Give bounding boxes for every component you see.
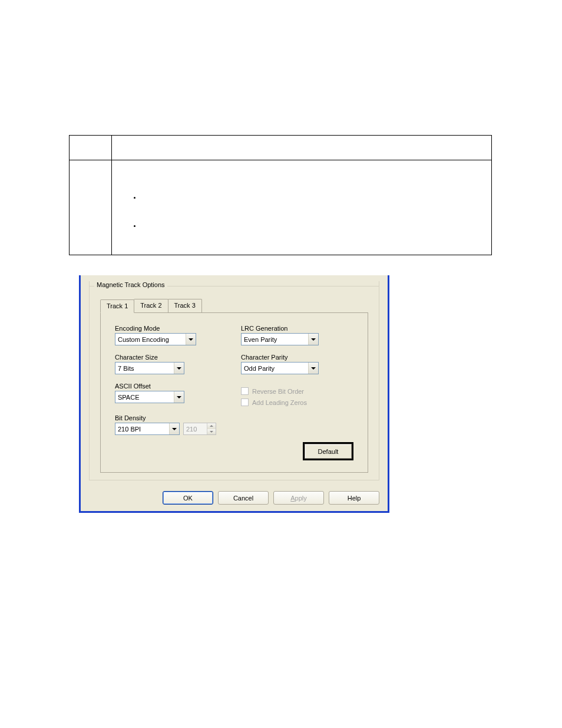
groupbox-legend: Magnetic Track Options <box>94 281 167 288</box>
character-size-value: 7 Bits <box>115 363 174 374</box>
tab-track2[interactable]: Track 2 <box>134 299 168 312</box>
ok-button[interactable]: OK <box>163 491 213 505</box>
table-header-right <box>112 136 492 160</box>
table-cell-left <box>70 160 112 255</box>
dropdown-arrow-icon <box>308 363 318 374</box>
dropdown-arrow-icon <box>308 334 318 345</box>
ascii-offset-field: ASCII Offset SPACE <box>115 383 216 406</box>
cancel-button[interactable]: Cancel <box>218 491 269 505</box>
table-cell-right <box>112 160 492 255</box>
encoding-mode-dropdown[interactable]: Custom Encoding <box>115 333 196 345</box>
dropdown-arrow-icon <box>174 363 184 374</box>
bit-density-spinner: 210 <box>183 423 216 435</box>
bit-density-label: Bit Density <box>115 414 216 421</box>
bit-density-spinner-value: 210 <box>184 423 207 434</box>
add-leading-zeros-label: Add Leading Zeros <box>252 399 307 406</box>
bit-density-dropdown[interactable]: 210 BPI <box>115 423 180 435</box>
tab-track3[interactable]: Track 3 <box>168 299 202 312</box>
reverse-bit-order-checkbox: Reverse Bit Order <box>241 387 342 395</box>
character-size-dropdown[interactable]: 7 Bits <box>115 362 184 374</box>
lrc-generation-label: LRC Generation <box>241 325 342 332</box>
checkbox-icon <box>241 387 249 395</box>
help-button[interactable]: Help <box>329 491 379 505</box>
dialog-button-bar: OK Cancel Apply Help <box>163 491 379 505</box>
ascii-offset-value: SPACE <box>115 391 174 403</box>
ascii-offset-dropdown[interactable]: SPACE <box>115 391 184 403</box>
tab-row: Track 1 Track 2 Track 3 <box>100 299 368 312</box>
default-button[interactable]: Default <box>305 444 352 459</box>
table-header-left <box>70 136 112 160</box>
reverse-bit-order-label: Reverse Bit Order <box>252 388 304 395</box>
magnetic-track-options-group: Magnetic Track Options Track 1 Track 2 T… <box>89 281 379 480</box>
description-table <box>69 135 492 255</box>
spinner-down-icon <box>207 429 216 435</box>
lrc-generation-dropdown[interactable]: Even Parity <box>241 333 319 345</box>
dropdown-arrow-icon <box>169 423 179 434</box>
dropdown-arrow-icon <box>174 391 184 403</box>
ascii-offset-label: ASCII Offset <box>115 383 216 390</box>
character-parity-label: Character Parity <box>241 354 342 361</box>
dropdown-arrow-icon <box>186 334 196 345</box>
checkbox-area: Reverse Bit Order Add Leading Zeros <box>241 385 342 406</box>
checkbox-icon <box>241 398 249 406</box>
tab-container: Track 1 Track 2 Track 3 Encoding Mode Cu… <box>100 299 368 473</box>
add-leading-zeros-checkbox: Add Leading Zeros <box>241 398 342 406</box>
tab-track1[interactable]: Track 1 <box>100 299 134 313</box>
encoding-mode-field: Encoding Mode Custom Encoding <box>115 325 216 345</box>
dialog-window: Magnetic Track Options Track 1 Track 2 T… <box>79 275 389 513</box>
spinner-up-icon <box>207 423 216 429</box>
field-grid: Encoding Mode Custom Encoding LRC Genera… <box>115 325 353 435</box>
bit-density-field: Bit Density 210 BPI 210 <box>115 414 216 435</box>
character-parity-dropdown[interactable]: Odd Parity <box>241 362 319 374</box>
encoding-mode-label: Encoding Mode <box>115 325 216 332</box>
tab-body: Encoding Mode Custom Encoding LRC Genera… <box>100 312 368 473</box>
lrc-generation-value: Even Parity <box>242 334 308 345</box>
character-size-label: Character Size <box>115 354 216 361</box>
encoding-mode-value: Custom Encoding <box>115 334 186 345</box>
default-button-highlight: Default <box>303 442 353 460</box>
lrc-generation-field: LRC Generation Even Parity <box>241 325 342 345</box>
bullet-item <box>141 193 485 222</box>
character-size-field: Character Size 7 Bits <box>115 354 216 374</box>
bullet-item <box>141 222 485 250</box>
character-parity-value: Odd Parity <box>242 363 308 374</box>
bullet-list <box>141 193 485 250</box>
apply-button: Apply <box>273 491 324 505</box>
bit-density-value: 210 BPI <box>115 423 169 434</box>
character-parity-field: Character Parity Odd Parity <box>241 354 342 374</box>
